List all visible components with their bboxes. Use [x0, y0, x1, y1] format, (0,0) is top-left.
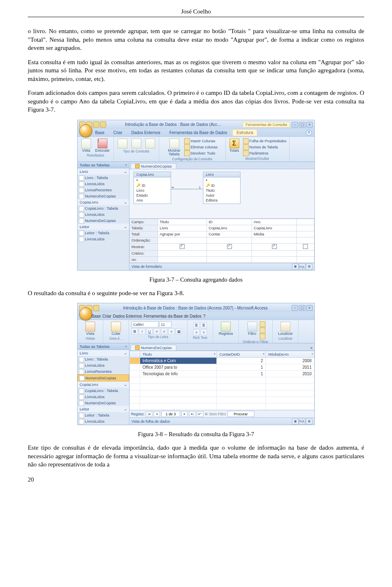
table-box-livro[interactable]: Livro ID Titulo Autor Editora [203, 172, 241, 204]
nav-group-leitor[interactable]: Leitor⌄ [78, 406, 129, 412]
new-record-button[interactable]: ▸* [197, 411, 203, 417]
cell[interactable]: 2008 [266, 358, 314, 364]
qat-button[interactable] [93, 305, 99, 311]
dropdown-icon[interactable]: ▾ [312, 352, 313, 356]
nav-item[interactable]: Livro : Tabela [78, 175, 129, 181]
vista-button[interactable]: Vista [80, 138, 92, 153]
bold-button[interactable]: B [131, 328, 138, 334]
checkbox-icon[interactable] [303, 244, 308, 249]
field-item[interactable]: ID [205, 183, 238, 188]
nav-header[interactable]: Todas as Tabelas« [78, 162, 129, 168]
cell[interactable]: Informática e Com [140, 358, 217, 364]
nav-group-copialivro[interactable]: CopiaLivro⌄ [78, 199, 129, 205]
richtext-button[interactable]: ≣ [193, 322, 200, 328]
grid-cell[interactable]: ID [207, 219, 252, 225]
ribbon-tab-dados-externos[interactable]: Dados Externos [113, 314, 142, 318]
query-grid[interactable]: Campo: Titulo ID Ano Tabela: Livro Copia… [129, 219, 314, 263]
parametros-button[interactable]: Parâmetros [243, 150, 287, 156]
ribbon-tab-ferramentas[interactable]: Ferramentas da Base de Dados [166, 130, 231, 136]
grid-cell-show[interactable] [207, 243, 252, 250]
record-position-input[interactable] [161, 411, 180, 417]
view-datasheet-button[interactable]: ▦ [292, 419, 298, 424]
object-tab[interactable]: NumeroDeCopias [131, 163, 176, 169]
registos-button[interactable]: Registos [217, 321, 234, 336]
view-design-button[interactable]: ▤ [306, 264, 312, 269]
table-row[interactable]: Informática e Com 2 2008 [130, 358, 314, 364]
totais-button[interactable]: ΣTotais [228, 138, 241, 156]
ribbon-tab-base[interactable]: Base [91, 130, 108, 136]
relationship-line[interactable] [171, 189, 203, 189]
grid-cell[interactable]: Livro [158, 225, 207, 231]
qat-button[interactable] [100, 121, 106, 128]
row-selector-header[interactable] [130, 351, 140, 358]
grid-cell[interactable]: CopiaLivro [207, 225, 252, 231]
richtext-button[interactable]: ≡ [193, 329, 200, 335]
help-button[interactable]: ? [203, 314, 205, 318]
sort-desc-button[interactable] [260, 327, 265, 333]
nav-item[interactable]: CopiaLivro : Tabela [78, 388, 129, 394]
table-row[interactable]: Tecnologias de Info 1 2010 [130, 371, 314, 377]
datasheet[interactable]: Titulo▾ ContarDeID▾ MédiaDeAn▾ Informáti… [129, 351, 314, 410]
eliminar-colunas-button[interactable]: Eliminar colunas [184, 144, 218, 150]
table-row[interactable] [130, 377, 314, 384]
underline-button[interactable]: U [146, 328, 153, 334]
grid-cell[interactable]: Agrupar por [158, 231, 207, 237]
chevron-left-icon[interactable]: « [125, 345, 127, 348]
maximize-button[interactable]: ▢ [299, 305, 305, 311]
nav-group-leitor[interactable]: Leitor⌄ [78, 224, 129, 230]
fill-color-button[interactable]: ▦ [176, 328, 182, 334]
nav-item-selected[interactable]: NumeroDeCopias [78, 374, 129, 381]
cell[interactable]: 1 [217, 364, 266, 371]
executar-button[interactable]: !Executar [94, 138, 111, 153]
align-center-button[interactable]: ≡ [161, 328, 167, 334]
font-family-select[interactable]: Calibri [131, 321, 158, 327]
field-item[interactable]: Titulo [205, 188, 238, 193]
row-selector[interactable] [130, 371, 140, 377]
ribbon-tab-criar[interactable]: Criar [110, 130, 126, 136]
cell[interactable]: Tecnologias de Info [140, 371, 217, 377]
grid-cell[interactable] [158, 237, 207, 243]
mostrar-tabela-button[interactable]: Mostrar Tabela [167, 138, 182, 157]
nav-item[interactable]: LivrosLidos [78, 211, 129, 217]
grid-cell[interactable] [252, 237, 297, 243]
nav-item[interactable]: LivrosLidos [78, 236, 129, 242]
nav-item[interactable]: LivrosLidos [78, 181, 129, 187]
table-row[interactable] [130, 403, 314, 410]
record-navigator[interactable]: Registo: |◂ ◂ ▸ ▸| ▸* ⛯ Sem Filtro [129, 410, 314, 417]
next-record-button[interactable]: ▸ [181, 411, 188, 417]
prev-record-button[interactable]: ◂ [154, 411, 160, 417]
filtro-button[interactable]: Filtro [246, 321, 258, 339]
nav-group-livro[interactable]: Livro⌄ [78, 350, 129, 356]
grid-cell[interactable] [207, 256, 252, 262]
chevron-left-icon[interactable]: « [125, 163, 127, 167]
grid-cell[interactable] [252, 256, 297, 262]
grid-cell[interactable] [207, 250, 252, 256]
nav-header[interactable]: Todas as Tabelas« [78, 343, 129, 350]
view-sql-button[interactable]: SQL [299, 419, 305, 424]
field-item[interactable]: Ano [136, 198, 169, 203]
field-item[interactable]: ID [136, 183, 169, 188]
richtext-button[interactable]: ≣ [200, 322, 207, 328]
nav-item[interactable]: Leitor : Tabela [78, 412, 129, 418]
search-records-input[interactable] [227, 411, 254, 417]
table-row[interactable]: Office 2007 para to 1 2011 [130, 364, 314, 371]
help-button[interactable]: ? [306, 130, 312, 136]
cell[interactable]: Office 2007 para to [140, 364, 217, 371]
nomes-tabela-button[interactable]: Nomes de Tabela [243, 144, 287, 150]
close-button[interactable]: × [306, 305, 313, 311]
nav-item[interactable]: Leitor : Tabela [78, 230, 129, 236]
grid-cell[interactable] [207, 237, 252, 243]
field-item[interactable]: Autor [205, 193, 238, 198]
vista-button[interactable]: Vista [84, 321, 96, 336]
sort-asc-button[interactable] [260, 321, 265, 327]
cell[interactable]: 2 [217, 358, 266, 364]
checkbox-icon[interactable] [180, 244, 185, 249]
nav-item[interactable]: LivrosLidos [78, 394, 129, 400]
table-box-copialivro[interactable]: CopiaLivro ID Livro Estado Ano [134, 172, 171, 204]
nav-item[interactable]: NumeroDeCopias [78, 193, 129, 199]
close-tab-button[interactable]: × [310, 345, 313, 350]
navigation-pane[interactable]: Todas as Tabelas« Livro⌄ Livro : Tabela … [78, 162, 129, 270]
devolver-button[interactable]: Devolver: Tudo [184, 150, 218, 156]
inserir-colunas-button[interactable]: Inserir Colunas [184, 138, 218, 144]
minimize-button[interactable]: – [292, 305, 298, 311]
